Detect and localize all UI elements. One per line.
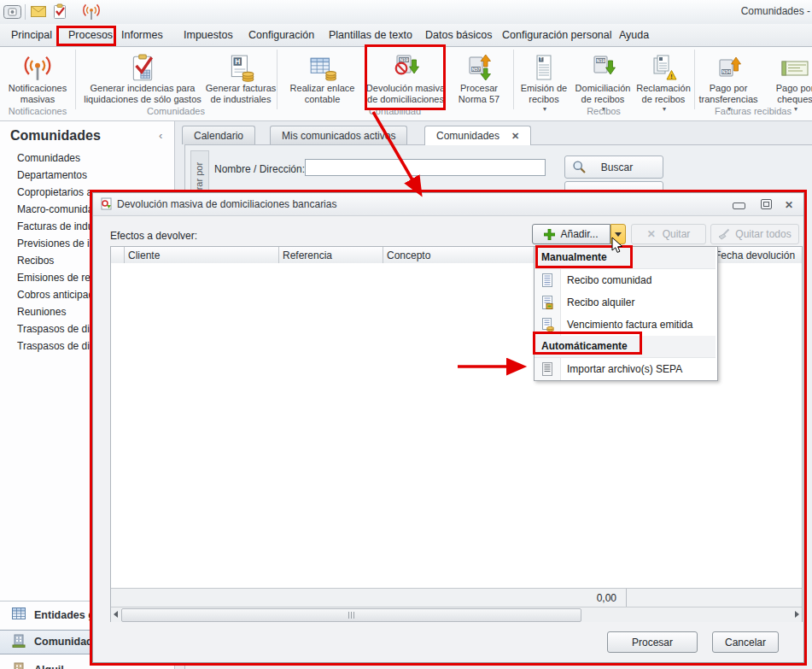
svg-text:H: H xyxy=(235,57,240,66)
receipt-rent-icon xyxy=(541,296,553,309)
search-button[interactable]: Buscar xyxy=(564,156,663,179)
ribbon-button-domiciliacion-recibos[interactable]: N19 Domiciliación de recibos ▾ xyxy=(574,49,632,115)
cheque-icon xyxy=(780,49,809,83)
sidebar-item-facturas-industriales[interactable]: Facturas de indus xyxy=(17,220,98,232)
menu-section-automaticamente: Automáticamente xyxy=(535,336,716,358)
ribbon-group-contabilidad: Contabilidad xyxy=(277,106,513,116)
ribbon-group-facturas-recibidas: Facturas recibidas xyxy=(694,106,812,116)
menu-procesos[interactable]: Procesos xyxy=(68,29,113,41)
receipt-icon: T xyxy=(529,49,558,83)
ribbon-button-label: Emisión de recibos xyxy=(516,83,572,104)
application-window: Comunidades - Principal Procesos Informe… xyxy=(0,0,812,669)
broadcast-icon[interactable] xyxy=(82,3,101,21)
menu-ayuda[interactable]: Ayuda xyxy=(619,29,649,41)
menu-configuracion-personal[interactable]: Configuración personal xyxy=(502,29,612,41)
scrollbar-thumb[interactable] xyxy=(121,608,581,622)
app-icon[interactable] xyxy=(3,3,21,20)
ribbon-button-pago-transferencias[interactable]: N34 Pago por transferencias ▾ xyxy=(696,49,761,115)
menu-datos-basicos[interactable]: Datos básicos xyxy=(425,29,493,41)
n57-icon: N57 xyxy=(464,49,494,83)
sidebar-item-recibos[interactable]: Recibos xyxy=(17,255,54,267)
remove-button[interactable]: ✕ Quitar xyxy=(631,224,706,244)
menu-item-vencimiento-factura[interactable]: Vencimiento factura emitida xyxy=(535,314,716,336)
name-address-input[interactable] xyxy=(305,159,546,176)
tab-calendario[interactable]: Calendario xyxy=(182,126,255,144)
menu-item-importar-sepa[interactable]: Importar archivo(s) SEPA xyxy=(535,358,716,380)
menu-item-recibo-alquiler[interactable]: Recibo alquiler xyxy=(535,291,716,314)
menu-section-manualmente: Manualmente xyxy=(535,247,716,269)
ribbon-button-enlace-contable[interactable]: Realizar enlace contable xyxy=(282,49,363,104)
column-cliente[interactable]: Cliente xyxy=(128,249,160,261)
minimize-button[interactable] xyxy=(733,199,746,210)
cancel-button[interactable]: Cancelar xyxy=(712,631,779,653)
building-icon xyxy=(12,662,26,669)
sidebar-item-copropietarios[interactable]: Copropietarios ac xyxy=(17,186,97,198)
group-divider xyxy=(694,50,695,109)
ribbon-button-notificaciones-masivas[interactable]: Notificaciones masivas xyxy=(2,49,73,104)
sidebar-item-departamentos[interactable]: Departamentos xyxy=(17,169,87,181)
effects-label: Efectos a devolver: xyxy=(110,230,197,242)
table-icon xyxy=(12,607,26,622)
quick-access-toolbar: Comunidades - xyxy=(0,0,812,24)
ribbon-button-pago-cheques[interactable]: Pago por cheques ▾ xyxy=(762,49,812,115)
menu-item-recibo-comunidad[interactable]: Recibo comunidad xyxy=(535,269,716,291)
svg-text:N19: N19 xyxy=(596,58,605,63)
ribbon-button-generar-facturas[interactable]: H Generar facturas de industriales xyxy=(205,49,277,104)
column-fecha-devolucion[interactable]: Fecha devolución xyxy=(715,249,795,261)
sidebar-title: Comunidades xyxy=(10,128,101,144)
scroll-left-icon[interactable] xyxy=(114,611,118,618)
tasks-icon[interactable] xyxy=(53,3,67,20)
sidebar-item-previsiones[interactable]: Previsiones de in xyxy=(17,238,95,249)
sidebar-item-macro-comunidades[interactable]: Macro-comunidad xyxy=(17,203,99,215)
ribbon-button-label: Reclamación de recibos xyxy=(634,83,693,104)
close-button[interactable]: ✕ xyxy=(785,199,798,210)
ribbon-button-procesar-norma57[interactable]: N57 Procesar Norma 57 xyxy=(447,49,511,104)
ribbon-button-devolucion-masiva[interactable]: N19 Devolución masiva de domiciliaciones xyxy=(365,49,446,104)
sidebar-item-comunidades[interactable]: Comunidades xyxy=(17,152,80,164)
process-button[interactable]: Procesar xyxy=(607,631,698,653)
restore-button[interactable] xyxy=(761,199,774,210)
horizontal-scrollbar[interactable] xyxy=(111,607,802,622)
ribbon-group-notificaciones: Notificaciones xyxy=(0,106,75,116)
broom-icon xyxy=(718,228,730,240)
tab-comunidades[interactable]: Comunidades ✕ xyxy=(424,126,531,145)
svg-text:T: T xyxy=(540,57,542,62)
menu-informes[interactable]: Informes xyxy=(121,29,163,41)
add-button[interactable]: Añadir... xyxy=(532,224,610,244)
add-dropdown-arrow[interactable] xyxy=(610,224,626,244)
invoice-h-icon: H xyxy=(226,49,255,83)
plus-icon xyxy=(544,229,555,240)
sidebar-item-reuniones[interactable]: Reuniones xyxy=(17,306,66,318)
building-icon xyxy=(12,634,26,650)
sidebar-item-traspasos-2[interactable]: Traspasos de dine xyxy=(17,340,101,352)
broadcast-icon xyxy=(23,49,52,83)
ribbon-button-label: Pago por cheques xyxy=(762,83,812,104)
ribbon-button-generar-incidencias[interactable]: Generar incidencias para liquidaciones d… xyxy=(82,49,203,104)
sidebar-item-cobros-anticipados[interactable]: Cobros anticipado xyxy=(17,289,100,301)
receipt-icon xyxy=(541,273,553,287)
menu-principal[interactable]: Principal xyxy=(11,29,52,41)
svg-text:!: ! xyxy=(670,73,673,80)
sidebar-item-traspasos-1[interactable]: Traspasos de dine xyxy=(17,323,101,335)
total-value: 0,00 xyxy=(555,592,616,604)
ribbon-button-label: Realizar enlace contable xyxy=(282,83,363,104)
column-referencia[interactable]: Referencia xyxy=(283,249,332,261)
remove-all-button[interactable]: Quitar todos xyxy=(710,224,799,244)
ribbon-button-label: Generar incidencias para liquidaciones d… xyxy=(82,83,203,104)
menu-plantillas[interactable]: Plantillas de texto xyxy=(329,29,412,41)
ribbon-button-label: Domiciliación de recibos xyxy=(574,83,632,104)
collapse-chevron-icon[interactable]: ‹ xyxy=(159,129,162,142)
table-total-row: 0,00 xyxy=(111,588,802,607)
column-concepto[interactable]: Concepto xyxy=(387,249,430,261)
sepa-file-icon xyxy=(541,362,553,376)
ribbon-button-emision-recibos[interactable]: T Emisión de recibos ▾ xyxy=(516,49,572,115)
tab-close-icon[interactable]: ✕ xyxy=(511,131,519,142)
scroll-right-icon[interactable] xyxy=(795,611,799,618)
menu-impuestos[interactable]: Impuestos xyxy=(184,29,233,41)
tab-mis-comunicados[interactable]: Mis comunicados activos xyxy=(270,126,407,144)
dialog-titlebar[interactable]: Devolución masiva de domiciliaciones ban… xyxy=(93,193,803,216)
ribbon-button-reclamacion-recibos[interactable]: ! Reclamación de recibos ▾ xyxy=(634,49,693,115)
group-divider xyxy=(513,50,514,109)
mail-icon[interactable] xyxy=(31,6,46,17)
menu-configuracion[interactable]: Configuración xyxy=(248,29,314,41)
